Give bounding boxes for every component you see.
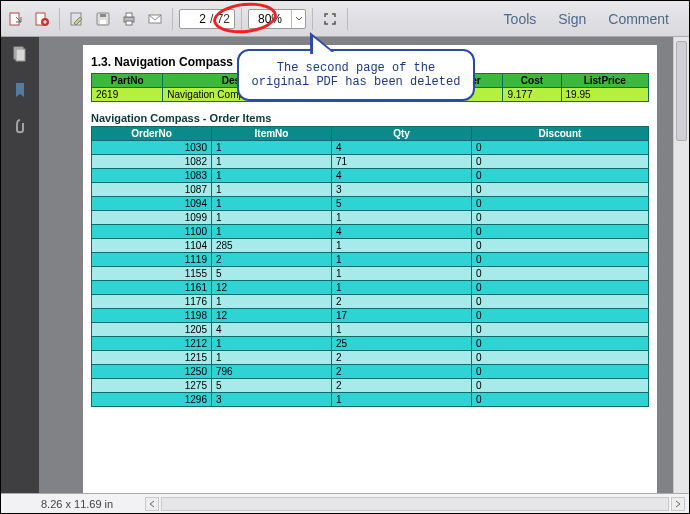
document-viewer[interactable]: 1.3. Navigation Compass PartNoDescriptio… [39, 37, 689, 493]
table-cell: 5 [212, 379, 332, 393]
create-pdf-icon[interactable] [31, 8, 53, 30]
table-cell: 1250 [92, 365, 212, 379]
table-cell: 2 [332, 351, 472, 365]
table-cell: 1 [212, 225, 332, 239]
email-icon[interactable] [144, 8, 166, 30]
table-cell: 0 [472, 337, 649, 351]
zoom-dropdown-icon[interactable] [291, 10, 305, 28]
toolbar-right: Tools Sign Comment [494, 8, 685, 30]
table-cell: 1 [332, 211, 472, 225]
table-cell: 0 [472, 155, 649, 169]
svg-rect-8 [126, 13, 132, 17]
table-cell: 1155 [92, 267, 212, 281]
callout-text: The second page of the original PDF has … [252, 61, 461, 89]
table-cell: 4 [212, 323, 332, 337]
table-cell: 2 [332, 379, 472, 393]
items-header: Qty [332, 127, 472, 141]
page-number-box[interactable]: / 72 [179, 9, 235, 29]
zoom-box[interactable]: 80% [248, 9, 306, 29]
separator [347, 8, 348, 30]
table-row: 11611210 [92, 281, 649, 295]
table-cell: 1 [332, 267, 472, 281]
separator [172, 8, 173, 30]
table-cell: 0 [472, 309, 649, 323]
table-cell: 1030 [92, 141, 212, 155]
table-row: 12121250 [92, 337, 649, 351]
table-cell: 0 [472, 169, 649, 183]
table-cell: 1215 [92, 351, 212, 365]
table-cell: 1 [212, 211, 332, 225]
table-row: 1087130 [92, 183, 649, 197]
table-cell: 2 [332, 295, 472, 309]
thumbnails-icon[interactable] [11, 45, 29, 63]
export-pdf-icon[interactable] [5, 8, 27, 30]
table-cell: 0 [472, 211, 649, 225]
table-row: 1205410 [92, 323, 649, 337]
table-cell: 1104 [92, 239, 212, 253]
table-row: 1275520 [92, 379, 649, 393]
separator [312, 8, 313, 30]
pdf-page: 1.3. Navigation Compass PartNoDescriptio… [83, 45, 657, 493]
table-row: 110428510 [92, 239, 649, 253]
table-cell: 1 [212, 183, 332, 197]
svg-rect-12 [16, 49, 25, 61]
table-cell: 0 [472, 323, 649, 337]
table-row: 1083140 [92, 169, 649, 183]
table-cell: 1 [332, 323, 472, 337]
table-cell: 0 [472, 379, 649, 393]
table-row: 1119210 [92, 253, 649, 267]
table-row: 1215120 [92, 351, 649, 365]
separator [59, 8, 60, 30]
table-cell: 1205 [92, 323, 212, 337]
attachment-icon[interactable] [11, 117, 29, 135]
table-cell: 1083 [92, 169, 212, 183]
summary-cell: 19.95 [561, 88, 648, 102]
table-cell: 1 [332, 253, 472, 267]
svg-rect-5 [100, 20, 106, 24]
items-header: OrderNo [92, 127, 212, 141]
table-cell: 1 [212, 141, 332, 155]
table-cell: 0 [472, 141, 649, 155]
table-cell: 0 [472, 295, 649, 309]
tools-button[interactable]: Tools [494, 8, 547, 30]
horizontal-scrollbar[interactable] [161, 497, 669, 511]
hscroll-left-icon[interactable] [145, 497, 159, 511]
table-cell: 1 [212, 351, 332, 365]
table-row: 119812170 [92, 309, 649, 323]
sign-button[interactable]: Sign [548, 8, 596, 30]
table-cell: 1 [212, 295, 332, 309]
table-row: 10821710 [92, 155, 649, 169]
table-cell: 2 [212, 253, 332, 267]
table-cell: 25 [332, 337, 472, 351]
items-header: ItemNo [212, 127, 332, 141]
table-row: 1155510 [92, 267, 649, 281]
status-bar: 8.26 x 11.69 in [1, 493, 689, 513]
summary-header: PartNo [92, 74, 163, 88]
table-cell: 1087 [92, 183, 212, 197]
table-cell: 4 [332, 225, 472, 239]
vertical-scrollbar[interactable] [673, 37, 689, 493]
table-cell: 12 [212, 281, 332, 295]
table-row: 1099110 [92, 211, 649, 225]
edit-icon[interactable] [66, 8, 88, 30]
save-icon[interactable] [92, 8, 114, 30]
print-icon[interactable] [118, 8, 140, 30]
table-cell: 1 [332, 281, 472, 295]
fit-window-icon[interactable] [319, 8, 341, 30]
table-cell: 0 [472, 267, 649, 281]
scroll-thumb[interactable] [676, 41, 687, 141]
table-cell: 1 [332, 239, 472, 253]
table-row: 1176120 [92, 295, 649, 309]
table-cell: 285 [212, 239, 332, 253]
page-current-input[interactable] [184, 11, 208, 27]
hscroll-right-icon[interactable] [671, 497, 685, 511]
table-cell: 0 [472, 197, 649, 211]
comment-button[interactable]: Comment [598, 8, 679, 30]
table-cell: 5 [212, 267, 332, 281]
table-cell: 5 [332, 197, 472, 211]
table-cell: 1176 [92, 295, 212, 309]
table-cell: 3 [332, 183, 472, 197]
summary-header: ListPrice [561, 74, 648, 88]
table-cell: 0 [472, 365, 649, 379]
bookmark-icon[interactable] [11, 81, 29, 99]
